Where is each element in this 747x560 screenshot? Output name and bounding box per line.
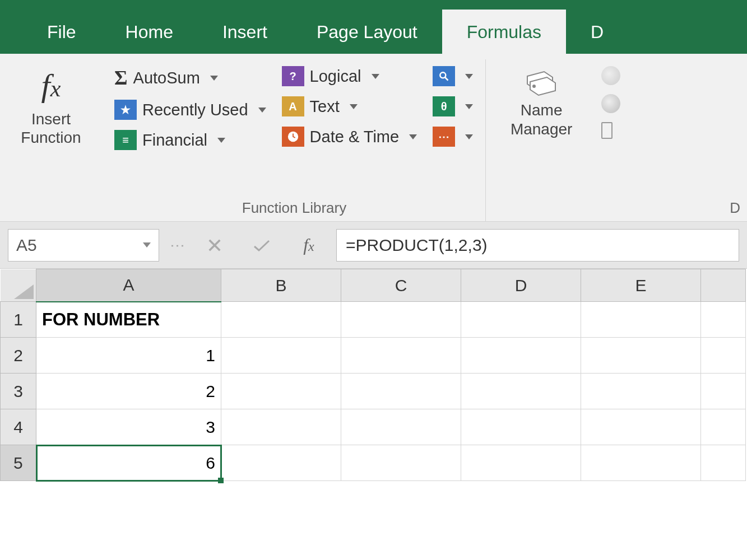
name-manager-button[interactable]: Name Manager <box>494 66 589 138</box>
create-from-selection-icon[interactable] <box>601 122 613 139</box>
recently-used-button[interactable]: ★ Recently Used <box>114 100 266 120</box>
cell-A4[interactable]: 3 <box>36 409 221 445</box>
insert-function-inline-button[interactable]: fx <box>289 229 328 262</box>
cell-D3[interactable] <box>461 374 581 409</box>
menu-tabbar: File Home Insert Page Layout Formulas D <box>0 0 747 54</box>
dropdown-caret-icon <box>210 76 218 81</box>
financial-book-icon: ≡ <box>114 130 137 150</box>
fx-small-icon: fx <box>303 235 314 255</box>
cell-A1[interactable]: FOR NUMBER <box>36 302 221 338</box>
dropdown-caret-icon <box>258 108 266 113</box>
cell-F5-partial[interactable] <box>701 445 746 481</box>
tab-page-layout[interactable]: Page Layout <box>292 10 442 54</box>
define-name-icon[interactable] <box>601 66 620 85</box>
cell-F4-partial[interactable] <box>701 409 746 445</box>
svg-point-3 <box>532 85 536 88</box>
dropdown-caret-icon <box>372 74 379 79</box>
cell-C4[interactable] <box>341 409 461 445</box>
enter-formula-button[interactable] <box>242 229 281 262</box>
cell-A5[interactable]: 6 <box>36 445 221 481</box>
cell-B5[interactable] <box>221 445 341 481</box>
defined-names-partial-label: D <box>730 199 740 217</box>
column-header-partial[interactable] <box>701 269 746 302</box>
formula-text: =PRODUCT(1,2,3) <box>346 236 488 255</box>
dropdown-caret-icon <box>465 134 473 139</box>
cell-F1-partial[interactable] <box>701 302 746 338</box>
date-time-label: Date & Time <box>310 128 400 146</box>
theta-book-icon: θ <box>433 96 455 116</box>
cell-C1[interactable] <box>341 302 461 338</box>
fx-icon: fx <box>41 66 61 105</box>
row-header-4[interactable]: 4 <box>1 409 36 445</box>
tab-file[interactable]: File <box>22 10 101 54</box>
cell-F2-partial[interactable] <box>701 338 746 374</box>
tab-data-partial[interactable]: D <box>566 10 628 54</box>
name-box[interactable]: A5 <box>8 229 159 262</box>
insert-function-label-1: Insert <box>31 110 71 129</box>
cell-B3[interactable] <box>221 374 341 409</box>
cell-A2[interactable]: 1 <box>36 338 221 374</box>
formula-bar: A5 ⋮ fx =PRODUCT(1,2,3) <box>0 222 747 269</box>
tab-formulas[interactable]: Formulas <box>442 10 566 54</box>
math-trig-button[interactable]: θ <box>433 96 473 116</box>
svg-line-2 <box>446 78 448 81</box>
insert-function-button[interactable]: fx Insert Function <box>3 66 99 147</box>
more-functions-button[interactable]: ⋯ <box>433 127 473 147</box>
dropdown-caret-icon <box>350 104 358 109</box>
cell-D5[interactable] <box>461 445 581 481</box>
tab-insert[interactable]: Insert <box>198 10 292 54</box>
autosum-label: AutoSum <box>133 69 200 87</box>
x-icon <box>207 237 222 253</box>
dropdown-caret-icon <box>465 74 473 79</box>
cell-E5[interactable] <box>581 445 701 481</box>
use-in-formula-icon[interactable] <box>601 94 620 113</box>
cell-E2[interactable] <box>581 338 701 374</box>
autosum-button[interactable]: Σ AutoSum <box>114 66 266 90</box>
namebox-dropdown-icon[interactable] <box>143 242 151 248</box>
lookup-button[interactable] <box>433 66 473 86</box>
column-header-E[interactable]: E <box>581 269 701 302</box>
dropdown-caret-icon <box>409 134 417 139</box>
cell-C2[interactable] <box>341 338 461 374</box>
column-header-C[interactable]: C <box>341 269 461 302</box>
row-header-1[interactable]: 1 <box>1 302 36 338</box>
cell-B1[interactable] <box>221 302 341 338</box>
column-header-D[interactable]: D <box>461 269 581 302</box>
text-book-icon: A <box>282 96 304 116</box>
cell-B4[interactable] <box>221 409 341 445</box>
star-book-icon: ★ <box>114 100 137 120</box>
cell-C5[interactable] <box>341 445 461 481</box>
select-all-corner[interactable] <box>1 269 36 302</box>
financial-button[interactable]: ≡ Financial <box>114 130 266 150</box>
name-manager-label-1: Name <box>521 101 563 120</box>
dropdown-caret-icon <box>465 104 473 109</box>
formula-input[interactable]: =PRODUCT(1,2,3) <box>336 229 739 262</box>
row-header-2[interactable]: 2 <box>1 338 36 374</box>
svg-point-1 <box>440 72 446 78</box>
cell-D2[interactable] <box>461 338 581 374</box>
cell-C3[interactable] <box>341 374 461 409</box>
cell-D1[interactable] <box>461 302 581 338</box>
cell-D4[interactable] <box>461 409 581 445</box>
column-header-A[interactable]: A <box>36 269 221 302</box>
cell-B2[interactable] <box>221 338 341 374</box>
tab-home[interactable]: Home <box>101 10 198 54</box>
lookup-book-icon <box>433 66 455 86</box>
check-icon <box>252 237 271 253</box>
cancel-formula-button[interactable] <box>195 229 234 262</box>
formula-bar-options-icon[interactable]: ⋮ <box>169 235 186 255</box>
cell-E3[interactable] <box>581 374 701 409</box>
row-header-3[interactable]: 3 <box>1 374 36 409</box>
logical-button[interactable]: ? Logical <box>282 66 417 86</box>
text-button[interactable]: A Text <box>282 96 417 116</box>
cell-E4[interactable] <box>581 409 701 445</box>
cell-E1[interactable] <box>581 302 701 338</box>
sigma-icon: Σ <box>114 66 128 90</box>
spreadsheet-grid[interactable]: A B C D E 1 FOR NUMBER 2 1 3 2 <box>0 269 747 481</box>
cell-A3[interactable]: 2 <box>36 374 221 409</box>
cell-F3-partial[interactable] <box>701 374 746 409</box>
row-header-5[interactable]: 5 <box>1 445 36 481</box>
column-header-B[interactable]: B <box>221 269 341 302</box>
recently-used-label: Recently Used <box>142 101 248 119</box>
datetime-button[interactable]: Date & Time <box>282 127 417 147</box>
